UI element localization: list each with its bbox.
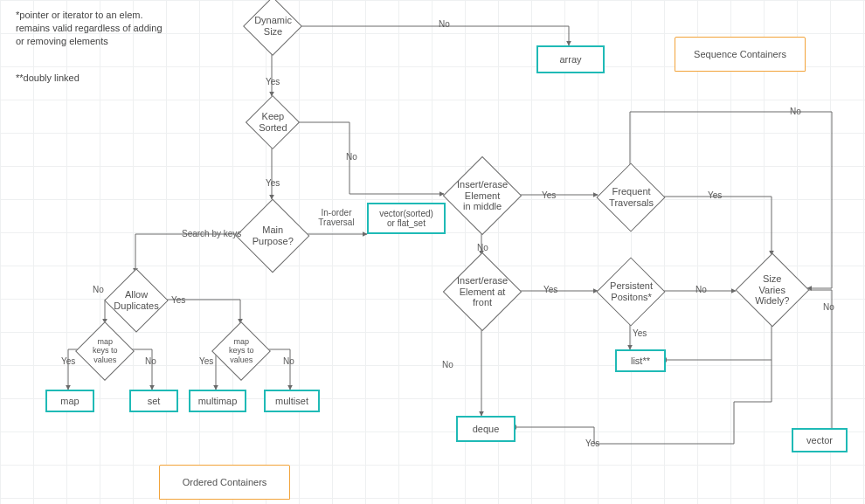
edge-label: No [439, 19, 450, 29]
diamond-label: Main Purpose? [247, 224, 298, 246]
edge-label: No [442, 360, 453, 369]
rect-multimap: multimap [189, 390, 246, 412]
footnote-dstar: **doubly linked [16, 72, 164, 85]
banner-ordered: Ordered Containers [159, 465, 290, 500]
diamond-label: PersistentPositons* [606, 280, 656, 302]
diamond-label: FrequentTraversals [606, 186, 657, 208]
edge-label: Yes [61, 356, 75, 366]
rect-array: array [536, 45, 605, 73]
diamond-label: map keys tovalues [85, 337, 125, 364]
edge-label: Yes [542, 190, 556, 200]
edge-label: Yes [199, 356, 213, 366]
edge-label: No [695, 285, 707, 294]
edge-label: Yes [266, 178, 280, 188]
edge-label: Yes [266, 77, 280, 86]
edge-label: Yes [171, 295, 185, 305]
edge-label: No [346, 152, 357, 162]
edge-label: Yes [633, 328, 647, 338]
diamond-label: Insert/eraseElementin middle [453, 179, 511, 212]
rect-deque: deque [456, 416, 516, 442]
edge-label-search-keys: Search by keys [182, 229, 241, 238]
diamond-label: Insert/eraseElement atfront [453, 275, 511, 308]
edge-label: No [823, 302, 834, 312]
edge-label: Yes [543, 285, 557, 294]
edge-label: Yes [585, 438, 599, 448]
edge-label: Yes [708, 190, 722, 200]
rect-vector: vector [792, 428, 848, 452]
diamond-label: map keys tovalues [221, 337, 261, 364]
footnote-star: *pointer or iterator to an elem. remains… [16, 9, 164, 48]
edge-label: No [477, 243, 488, 252]
edge-label: No [283, 356, 294, 366]
rect-multiset: multiset [264, 390, 320, 412]
diamond-label: DynamicSize [251, 15, 295, 37]
edge-label-inorder: In-orderTraversal [315, 208, 358, 227]
rect-vector-sorted: vector(sorted)or flat_set [367, 203, 446, 234]
rect-map: map [45, 390, 94, 412]
diamond-label: KeepSorted [255, 111, 290, 133]
edge-label: No [145, 356, 156, 366]
edge-label: No [93, 285, 104, 294]
diamond-label: SizeVariesWidely? [751, 273, 792, 307]
diamond-label: AllowDuplicates [110, 289, 162, 311]
rect-set: set [129, 390, 178, 412]
banner-sequence: Sequence Containers [675, 37, 806, 72]
rect-list: list** [615, 349, 666, 372]
edge-label: No [790, 107, 801, 116]
